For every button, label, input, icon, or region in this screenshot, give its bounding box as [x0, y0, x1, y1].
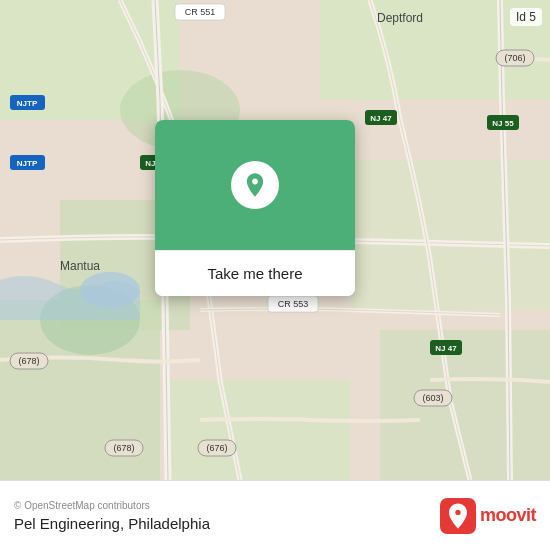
- svg-text:(678): (678): [18, 356, 39, 366]
- svg-text:Mantua: Mantua: [60, 259, 100, 273]
- svg-text:NJ 47: NJ 47: [370, 114, 392, 123]
- svg-text:NJ 47: NJ 47: [435, 344, 457, 353]
- bottom-bar: © OpenStreetMap contributors Pel Enginee…: [0, 480, 550, 550]
- svg-text:NJ 55: NJ 55: [492, 119, 514, 128]
- svg-text:CR 553: CR 553: [278, 299, 309, 309]
- svg-rect-4: [350, 160, 550, 310]
- location-pin-icon: [241, 171, 269, 199]
- svg-text:(706): (706): [504, 53, 525, 63]
- moovit-text: moovit: [480, 505, 536, 526]
- bottom-info: © OpenStreetMap contributors Pel Enginee…: [14, 500, 440, 532]
- svg-text:NJTP: NJTP: [17, 159, 38, 168]
- place-name: Pel Engineering, Philadelphia: [14, 515, 440, 532]
- svg-text:NJTP: NJTP: [17, 99, 38, 108]
- svg-text:(678): (678): [113, 443, 134, 453]
- svg-text:(603): (603): [422, 393, 443, 403]
- moovit-icon: [440, 498, 476, 534]
- id-badge: Id 5: [510, 8, 542, 26]
- svg-text:CR 551: CR 551: [185, 7, 216, 17]
- svg-text:(676): (676): [206, 443, 227, 453]
- take-me-there-button[interactable]: Take me there: [155, 250, 355, 296]
- location-pin: [231, 161, 279, 209]
- moovit-logo[interactable]: moovit: [440, 498, 536, 534]
- map-container: CR 551 NJTP NJTP NJ 45 NJ 47 NJ 47 NJ 55…: [0, 0, 550, 480]
- svg-rect-6: [170, 380, 350, 480]
- popup-card: Take me there: [155, 120, 355, 296]
- copyright-text: © OpenStreetMap contributors: [14, 500, 440, 511]
- svg-text:Deptford: Deptford: [377, 11, 423, 25]
- popup-map-area: [155, 120, 355, 250]
